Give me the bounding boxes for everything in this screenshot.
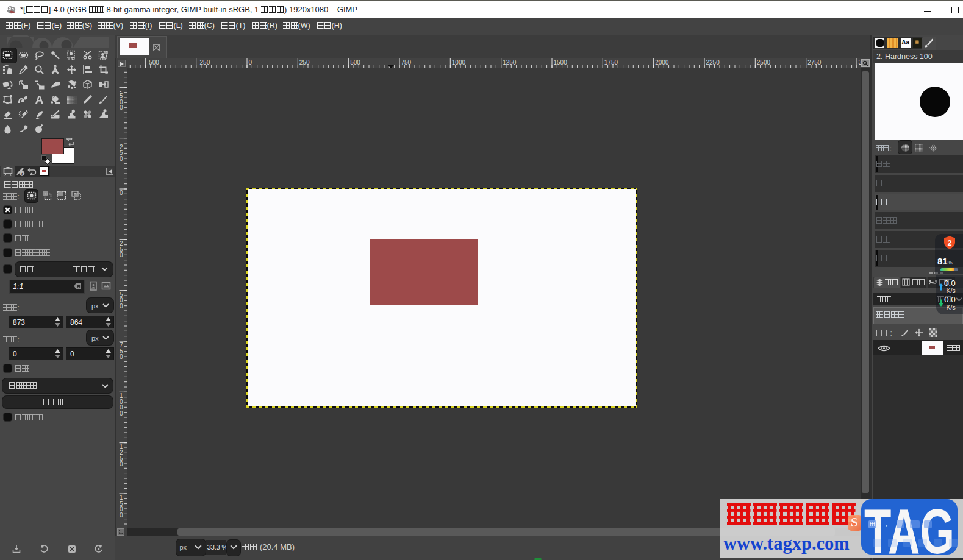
svg-text:1500: 1500: [554, 58, 568, 65]
svg-text:0: 0: [120, 353, 123, 360]
svg-text:0: 0: [120, 190, 123, 196]
svg-text:1750: 1750: [604, 58, 618, 65]
svg-text:1000: 1000: [452, 58, 466, 65]
svg-text:0: 0: [120, 461, 123, 467]
svg-text:2750: 2750: [807, 58, 822, 65]
svg-text:0: 0: [120, 104, 123, 111]
svg-text:250: 250: [299, 58, 310, 65]
svg-text:2250: 2250: [706, 58, 720, 65]
svg-text:2000: 2000: [655, 58, 669, 65]
svg-text:0: 0: [120, 252, 123, 258]
svg-text:-250: -250: [198, 58, 210, 65]
svg-text:500: 500: [350, 58, 360, 65]
svg-text:0: 0: [120, 302, 123, 309]
svg-text:1250: 1250: [503, 58, 517, 65]
svg-text:2: 2: [948, 239, 952, 247]
svg-text:2500: 2500: [757, 58, 771, 65]
svg-text:0: 0: [120, 511, 123, 518]
svg-text:750: 750: [401, 58, 412, 65]
svg-text:-500: -500: [147, 58, 159, 65]
svg-text:0: 0: [120, 409, 123, 416]
svg-text:0: 0: [120, 155, 123, 161]
svg-text:0: 0: [249, 58, 252, 65]
